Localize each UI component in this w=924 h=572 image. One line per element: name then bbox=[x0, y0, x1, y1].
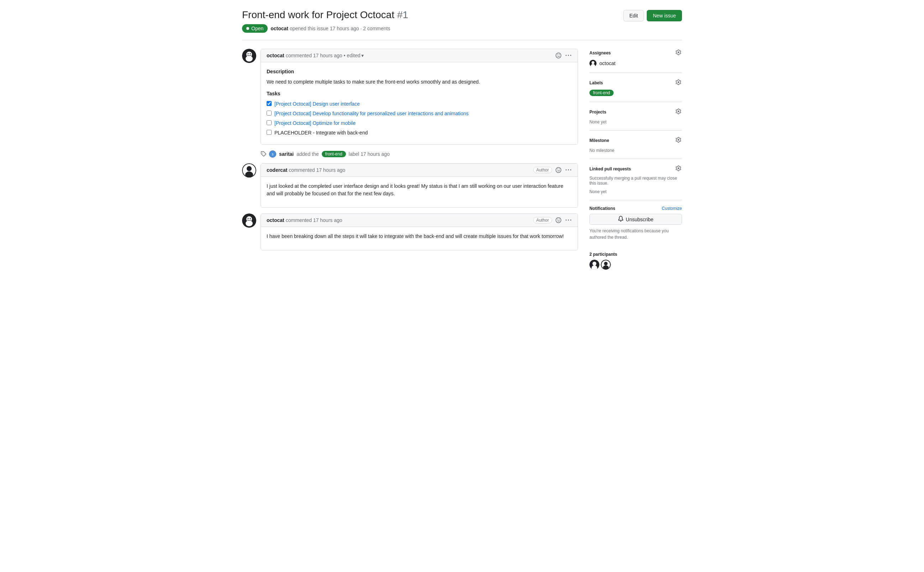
comment-header-left: octocat commented 17 hours ago bbox=[266, 218, 343, 223]
task-checkbox[interactable] bbox=[266, 110, 271, 116]
task-link[interactable]: [Project Octocat] Design user interface bbox=[274, 100, 360, 108]
emoji-button[interactable] bbox=[555, 52, 562, 59]
notifications-section: Notifications Customize Unsubscribe You'… bbox=[589, 200, 682, 246]
task-item: [Project Octocat] Optimize for mobile bbox=[266, 120, 572, 127]
comment-timestamp: commented 17 hours ago bbox=[286, 218, 343, 223]
comment-box: codercat commented 17 hours ago Author bbox=[260, 163, 578, 208]
task-item: [Project Octocat] Design user interface bbox=[266, 100, 572, 108]
milestone-section: Milestone No milestone bbox=[589, 131, 682, 159]
svg-point-13 bbox=[248, 218, 249, 219]
timeline-label: front-end bbox=[322, 151, 346, 157]
svg-point-15 bbox=[246, 221, 253, 226]
comment-author: octocat bbox=[266, 218, 284, 223]
projects-header: Projects bbox=[589, 108, 682, 116]
linked-pr-gear-button[interactable] bbox=[675, 165, 682, 173]
sidebar: Assignees octocat bbox=[589, 49, 682, 275]
status-text: Open bbox=[251, 26, 263, 31]
task-checkbox[interactable] bbox=[266, 101, 271, 106]
avatar bbox=[242, 163, 256, 177]
notifications-title: Notifications bbox=[589, 206, 615, 211]
edited-button[interactable]: edited ▾ bbox=[347, 53, 363, 58]
customize-link[interactable]: Customize bbox=[662, 206, 682, 211]
task-item: [Project Octocat] Develop functionality … bbox=[266, 110, 572, 117]
svg-point-2 bbox=[248, 53, 249, 54]
avatar bbox=[242, 213, 256, 228]
issue-number: #1 bbox=[397, 9, 408, 20]
emoji-button[interactable] bbox=[555, 166, 562, 174]
bell-icon bbox=[618, 216, 623, 223]
header-divider bbox=[242, 40, 682, 40]
labels-header: Labels bbox=[589, 79, 682, 87]
header-buttons: Edit New issue bbox=[623, 10, 682, 21]
comment-item: octocat commented 17 hours ago • edited … bbox=[242, 49, 578, 145]
timeline-actor-name: saritai bbox=[279, 151, 294, 157]
comment-header-left: codercat commented 17 hours ago bbox=[266, 167, 345, 173]
svg-point-3 bbox=[250, 53, 251, 54]
labels-section: Labels front-end bbox=[589, 73, 682, 102]
svg-point-20 bbox=[593, 262, 597, 266]
tag-icon bbox=[260, 151, 266, 158]
comment-author: codercat bbox=[266, 167, 287, 173]
timeline-action: added the bbox=[296, 151, 319, 157]
linked-pr-none: None yet bbox=[589, 189, 606, 194]
more-options-button[interactable] bbox=[565, 166, 572, 174]
unsubscribe-button[interactable]: Unsubscribe bbox=[589, 214, 682, 225]
task-checkbox[interactable] bbox=[266, 130, 271, 135]
svg-point-17 bbox=[592, 61, 594, 64]
new-issue-button[interactable]: New issue bbox=[647, 10, 682, 21]
linked-pr-header: Linked pull requests bbox=[589, 165, 682, 173]
issue-meta-text: octocat opened this issue 17 hours ago ·… bbox=[271, 26, 390, 31]
comment-header-right bbox=[555, 52, 572, 59]
svg-point-25 bbox=[603, 265, 609, 270]
more-options-button[interactable] bbox=[565, 217, 572, 224]
timeline-actor-avatar: s bbox=[269, 151, 276, 158]
comment-header: octocat commented 17 hours ago Author bbox=[261, 214, 578, 227]
label-badge: front-end bbox=[589, 90, 614, 96]
author-badge: Author bbox=[533, 167, 552, 173]
assignee-name: octocat bbox=[599, 61, 615, 66]
emoji-button[interactable] bbox=[555, 217, 562, 224]
projects-title: Projects bbox=[589, 110, 606, 115]
main-layout: octocat commented 17 hours ago • edited … bbox=[242, 49, 682, 275]
task-list: [Project Octocat] Design user interface … bbox=[266, 100, 572, 137]
task-link[interactable]: [Project Octocat] Develop functionality … bbox=[274, 110, 469, 117]
milestone-header: Milestone bbox=[589, 136, 682, 145]
edited-text: edited bbox=[347, 53, 360, 58]
comment-text: I just looked at the completed user inte… bbox=[266, 182, 572, 197]
milestone-gear-button[interactable] bbox=[675, 136, 682, 145]
edit-button[interactable]: Edit bbox=[623, 10, 644, 21]
issue-title: Front-end work for Project Octocat #1 bbox=[242, 9, 408, 21]
timeline-event: s saritai added the front-end label 17 h… bbox=[260, 151, 578, 158]
description-text: We need to complete multiple tasks to ma… bbox=[266, 78, 572, 86]
issue-meta-detail: opened this issue 17 hours ago · 2 comme… bbox=[290, 26, 391, 31]
comment-author: octocat bbox=[266, 53, 284, 58]
svg-point-4 bbox=[246, 56, 253, 62]
comment-header-right: Author bbox=[533, 217, 572, 224]
milestone-title: Milestone bbox=[589, 138, 609, 143]
svg-text:s: s bbox=[272, 152, 274, 156]
comment-header-left: octocat commented 17 hours ago • edited … bbox=[266, 53, 364, 58]
comment-timestamp: commented 17 hours ago bbox=[289, 167, 345, 173]
participants-row bbox=[589, 260, 682, 270]
assignees-header: Assignees bbox=[589, 49, 682, 57]
comment-timestamp: commented 17 hours ago • bbox=[286, 53, 346, 58]
comment-body: Description We need to complete multiple… bbox=[261, 62, 578, 145]
comment-box: octocat commented 17 hours ago Author bbox=[260, 213, 578, 250]
task-text: PLACEHOLDER - Integrate with back-end bbox=[274, 129, 368, 137]
comment-header: octocat commented 17 hours ago • edited … bbox=[261, 49, 578, 62]
comment-body: I have been breaking down all the steps … bbox=[261, 227, 578, 250]
task-link[interactable]: [Project Octocat] Optimize for mobile bbox=[274, 120, 355, 127]
comment-body: I just looked at the completed user inte… bbox=[261, 177, 578, 207]
task-checkbox[interactable] bbox=[266, 120, 271, 125]
linked-pr-title: Linked pull requests bbox=[589, 166, 631, 171]
milestone-none: No milestone bbox=[589, 148, 614, 153]
main-content: octocat commented 17 hours ago • edited … bbox=[242, 49, 578, 275]
projects-gear-button[interactable] bbox=[675, 108, 682, 116]
tasks-title: Tasks bbox=[266, 90, 572, 98]
participants-section: 2 participants bbox=[589, 246, 682, 275]
assignees-gear-button[interactable] bbox=[675, 49, 682, 57]
svg-point-14 bbox=[250, 218, 251, 219]
more-options-button[interactable] bbox=[565, 52, 572, 59]
labels-gear-button[interactable] bbox=[675, 79, 682, 87]
status-badge: Open bbox=[242, 24, 268, 33]
